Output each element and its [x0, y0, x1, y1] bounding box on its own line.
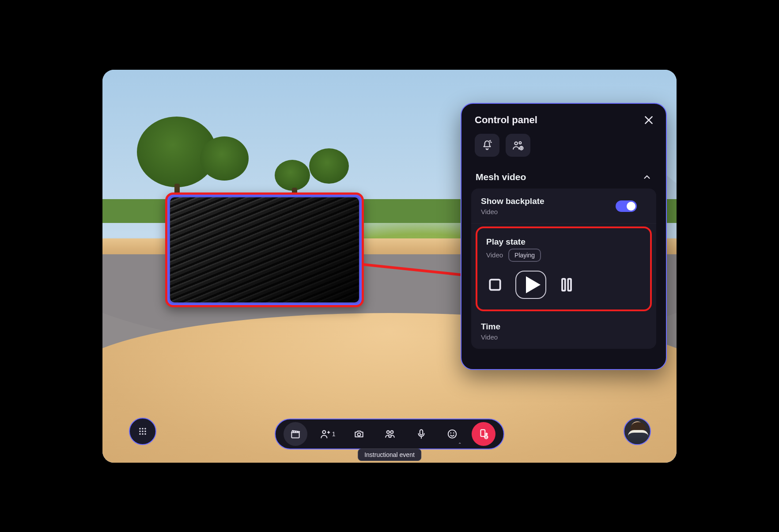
svg-rect-3 [490, 279, 500, 290]
video-content [170, 197, 359, 302]
play-icon [516, 270, 545, 299]
control-panel-title: Control panel [475, 114, 537, 126]
pause-button[interactable] [558, 276, 575, 294]
emoji-icon [446, 428, 458, 440]
backplate-toggle[interactable] [616, 200, 637, 212]
play-state-badge: Playing [508, 249, 541, 262]
svg-rect-11 [420, 430, 423, 435]
chevron-up-icon: ⌃ [458, 442, 461, 447]
panel-action-row [461, 134, 666, 166]
row-title: Time [481, 322, 647, 332]
leave-icon [478, 428, 489, 440]
microphone-icon [416, 428, 427, 440]
screenshare-button[interactable] [378, 422, 402, 446]
row-subtitle-text: Video [486, 251, 503, 259]
mesh-viewport: Control panel Mesh video Show backplate … [102, 70, 677, 463]
svg-point-6 [322, 430, 325, 434]
svg-point-25 [144, 433, 146, 435]
people-mute-icon [512, 140, 524, 151]
video-screen-annotation [165, 192, 364, 307]
svg-point-14 [454, 433, 454, 433]
row-time: Time Video [471, 314, 656, 349]
svg-point-20 [139, 430, 141, 432]
close-icon[interactable] [643, 114, 654, 126]
pause-icon [558, 276, 575, 294]
play-button[interactable] [515, 271, 546, 299]
svg-point-19 [144, 428, 146, 430]
camera-icon [353, 428, 365, 440]
svg-point-0 [514, 142, 518, 145]
svg-rect-5 [568, 279, 571, 291]
row-subtitle: Video [481, 333, 647, 341]
notify-button[interactable] [475, 134, 499, 157]
clapperboard-icon [290, 428, 301, 440]
svg-point-7 [357, 433, 360, 436]
row-play-state: Play state Video Playing [476, 226, 652, 311]
scene-tree [275, 160, 310, 191]
svg-rect-10 [389, 434, 391, 437]
host-tools-button[interactable] [284, 422, 307, 446]
bottom-toolbar: 1 ⌃ [275, 419, 504, 449]
row-subtitle: Video Playing [486, 249, 641, 262]
person-icon [319, 428, 331, 440]
svg-rect-15 [480, 430, 485, 436]
leave-button[interactable] [472, 422, 495, 446]
section-body: Show backplate Video Play state Video Pl… [471, 189, 656, 349]
svg-point-18 [142, 428, 144, 430]
toolbar-tooltip: Instructional event [358, 449, 421, 461]
people-count: 1 [332, 430, 336, 438]
camera-button[interactable] [347, 422, 371, 446]
section-header[interactable]: Mesh video [466, 166, 662, 189]
scene-tree [200, 136, 249, 181]
svg-point-1 [519, 142, 521, 144]
svg-point-22 [144, 430, 146, 432]
stop-button[interactable] [486, 276, 504, 294]
svg-point-23 [139, 433, 141, 435]
scene-tree [309, 148, 349, 184]
menu-fab[interactable] [129, 418, 156, 445]
control-panel-header: Control panel [461, 114, 666, 134]
svg-point-9 [391, 430, 393, 433]
svg-point-21 [142, 430, 144, 432]
mic-button[interactable] [409, 422, 433, 446]
bell-spark-icon [481, 140, 493, 151]
section-title: Mesh video [476, 172, 526, 182]
user-avatar[interactable] [624, 418, 651, 445]
play-controls [486, 271, 641, 299]
row-show-backplate: Show backplate Video [471, 189, 656, 224]
people-button[interactable]: 1 [315, 422, 340, 446]
svg-point-24 [142, 433, 144, 435]
reactions-button[interactable]: ⌃ [440, 422, 464, 446]
svg-point-8 [387, 430, 390, 433]
svg-point-12 [448, 430, 456, 438]
control-panel: Control panel Mesh video Show backplate … [461, 103, 667, 370]
svg-point-17 [139, 428, 141, 430]
svg-point-13 [451, 433, 451, 433]
stop-icon [486, 276, 504, 294]
grid-dots-icon [137, 426, 148, 437]
participants-button[interactable] [506, 134, 530, 157]
svg-rect-4 [562, 279, 565, 291]
people-group-icon [384, 428, 396, 440]
row-title: Play state [486, 237, 641, 247]
section-mesh-video: Mesh video Show backplate Video Play sta… [466, 166, 662, 349]
chevron-up-icon [642, 172, 652, 182]
